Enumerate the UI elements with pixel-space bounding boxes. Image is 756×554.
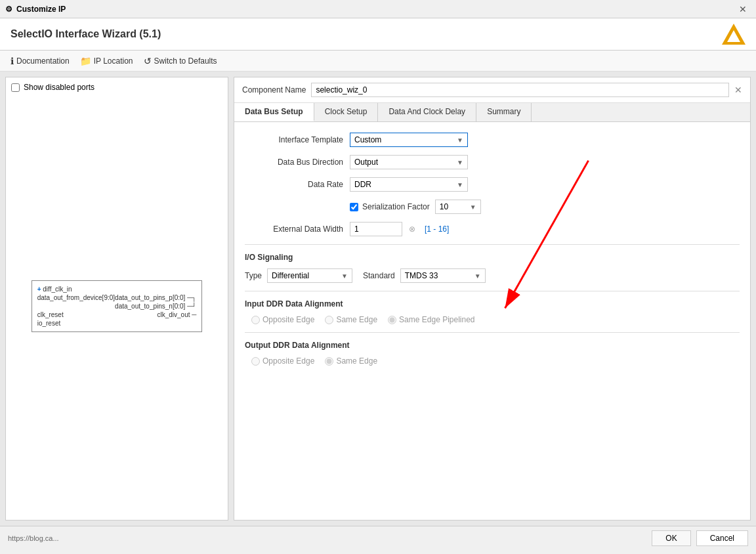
output-radio-same-edge-label: Same Edge [336, 356, 377, 366]
switch-defaults-label: Switch to Defaults [154, 56, 217, 66]
ip-location-button[interactable]: 📁 IP Location [80, 56, 133, 66]
location-icon: 📁 [80, 56, 91, 66]
tab-data-bus-setup[interactable]: Data Bus Setup [234, 103, 314, 121]
output-ddr-label: Output DDR Data Alignment [245, 341, 740, 350]
ip-location-label: IP Location [94, 56, 133, 66]
show-disabled-label: Show disabled ports [24, 83, 94, 92]
ok-button[interactable]: OK [652, 530, 690, 546]
chevron-down-icon: ▼ [457, 181, 463, 188]
data-bus-direction-value: Output [354, 158, 378, 167]
input-radio-opposite-edge-label: Opposite Edge [262, 315, 314, 324]
output-ddr-radio-group: Opposite Edge Same Edge [251, 356, 740, 366]
component-name-label: Component Name [242, 85, 306, 95]
external-data-width-row: External Data Width ⊗ [1 - 16] [245, 222, 740, 236]
tab-summary[interactable]: Summary [476, 103, 532, 121]
output-radio-same-edge-input [325, 357, 333, 366]
input-radio-same-edge-input [325, 316, 333, 324]
title-bar-icon: ⚙ [5, 5, 12, 14]
chevron-down-icon: ▼ [457, 137, 463, 144]
data-bus-direction-label: Data Bus Direction [245, 158, 350, 167]
close-button[interactable]: ✕ [735, 3, 751, 16]
divider-2 [245, 291, 740, 291]
data-rate-value: DDR [354, 180, 371, 189]
toolbar: ℹ Documentation 📁 IP Location ↺ Switch t… [0, 51, 756, 72]
logo-icon [722, 24, 746, 45]
interface-template-select[interactable]: Custom ▼ [350, 133, 468, 147]
serialization-factor-checkbox[interactable] [350, 203, 358, 211]
right-panel: Component Name ✕ Data Bus Setup Clock Se… [234, 77, 751, 521]
chevron-down-icon: ▼ [474, 272, 481, 280]
app-title: SelectIO Interface Wizard (5.1) [10, 28, 161, 40]
data-rate-label: Data Rate [245, 180, 350, 189]
serialization-factor-row: Serialization Factor 10 ▼ [245, 200, 740, 214]
tab-data-and-clock-delay[interactable]: Data And Clock Delay [378, 103, 476, 121]
standard-select[interactable]: TMDS 33 ▼ [400, 268, 486, 283]
serialization-factor-label: Serialization Factor [362, 202, 430, 211]
port-diff-clk-in: + diff_clk_in [37, 286, 72, 293]
external-data-width-input[interactable] [350, 222, 402, 236]
output-radio-opposite-edge: Opposite Edge [251, 356, 314, 366]
documentation-label: Documentation [16, 56, 70, 66]
input-radio-same-edge-pipelined-label: Same Edge Pipelined [399, 315, 474, 324]
port-data-out-from-device: data_out_from_device[9:0] [37, 294, 115, 301]
tab-clock-setup[interactable]: Clock Setup [314, 103, 379, 121]
external-data-width-clear-button[interactable]: ⊗ [409, 224, 415, 234]
block-diagram: + diff_clk_in data_out_from_device[9:0] … [32, 280, 203, 332]
divider-1 [245, 244, 740, 245]
chevron-down-icon: ▼ [341, 272, 348, 280]
input-ddr-label: Input DDR Data Alignment [245, 299, 740, 309]
type-label: Type [245, 271, 262, 280]
serialization-factor-value: 10 [440, 202, 448, 211]
external-data-width-range: [1 - 16] [425, 224, 449, 234]
switch-defaults-button[interactable]: ↺ Switch to Defaults [144, 56, 217, 66]
port-data-out-to-pins-p: data_out_to_pins_p[0:0] ─┐ [115, 294, 196, 301]
interface-template-value: Custom [354, 135, 381, 144]
data-rate-select[interactable]: DDR ▼ [350, 177, 468, 192]
documentation-button[interactable]: ℹ Documentation [10, 56, 70, 66]
type-select[interactable]: Differential ▼ [267, 268, 352, 283]
type-value: Differential [272, 271, 309, 280]
show-disabled-row: Show disabled ports [11, 83, 222, 92]
title-bar: ⚙ Customize IP ✕ [0, 0, 756, 18]
port-clk-div-out: clk_div_out ─ [157, 311, 196, 318]
data-rate-row: Data Rate DDR ▼ [245, 177, 740, 192]
tab-content-data-bus-setup: Interface Template Custom ▼ Data Bus Dir… [234, 122, 750, 520]
app-header: SelectIO Interface Wizard (5.1) [0, 18, 756, 51]
input-radio-same-edge-label: Same Edge [336, 315, 377, 324]
standard-label: Standard [363, 271, 395, 280]
interface-template-row: Interface Template Custom ▼ [245, 133, 740, 147]
data-bus-direction-row: Data Bus Direction Output ▼ [245, 155, 740, 169]
serialization-factor-select[interactable]: 10 ▼ [435, 200, 481, 214]
output-radio-opposite-edge-label: Opposite Edge [262, 356, 314, 366]
data-bus-direction-select[interactable]: Output ▼ [350, 155, 468, 169]
input-radio-same-edge-pipelined: Same Edge Pipelined [388, 315, 474, 324]
io-signaling-row: Type Differential ▼ Standard TMDS 33 ▼ [245, 268, 740, 283]
external-data-width-label: External Data Width [245, 224, 350, 234]
tabs-bar: Data Bus Setup Clock Setup Data And Cloc… [234, 103, 750, 122]
port-io-reset: io_reset [37, 320, 61, 327]
input-ddr-radio-group: Opposite Edge Same Edge Same Edge Pipeli… [251, 315, 740, 324]
io-signaling-title: I/O Signaling [245, 253, 740, 262]
refresh-icon: ↺ [144, 56, 152, 66]
output-radio-opposite-edge-input [251, 357, 260, 366]
main-content: Show disabled ports + diff_clk_in data_o… [0, 72, 756, 526]
standard-value: TMDS 33 [405, 271, 438, 280]
interface-template-label: Interface Template [245, 135, 350, 144]
input-radio-opposite-edge-input [251, 316, 260, 324]
port-clk-reset: clk_reset [37, 311, 64, 318]
component-name-row: Component Name ✕ [234, 77, 750, 103]
port-data-out-to-pins-n: data_out_to_pins_n[0:0] ─┘ [115, 303, 196, 310]
show-disabled-checkbox[interactable] [11, 83, 20, 92]
url-text: https://blog.ca... [8, 534, 59, 542]
output-radio-same-edge: Same Edge [325, 356, 377, 366]
component-name-input[interactable] [311, 83, 729, 97]
cancel-button[interactable]: Cancel [696, 530, 748, 546]
info-icon: ℹ [10, 56, 14, 66]
input-radio-same-edge: Same Edge [325, 315, 377, 324]
left-panel: Show disabled ports + diff_clk_in data_o… [5, 77, 228, 521]
chevron-down-icon: ▼ [457, 159, 463, 166]
component-name-clear-button[interactable]: ✕ [734, 85, 742, 95]
bottom-bar: https://blog.ca... OK Cancel [0, 526, 756, 549]
title-bar-title: Customize IP [16, 5, 66, 14]
diagram-area: + diff_clk_in data_out_from_device[9:0] … [11, 97, 222, 515]
